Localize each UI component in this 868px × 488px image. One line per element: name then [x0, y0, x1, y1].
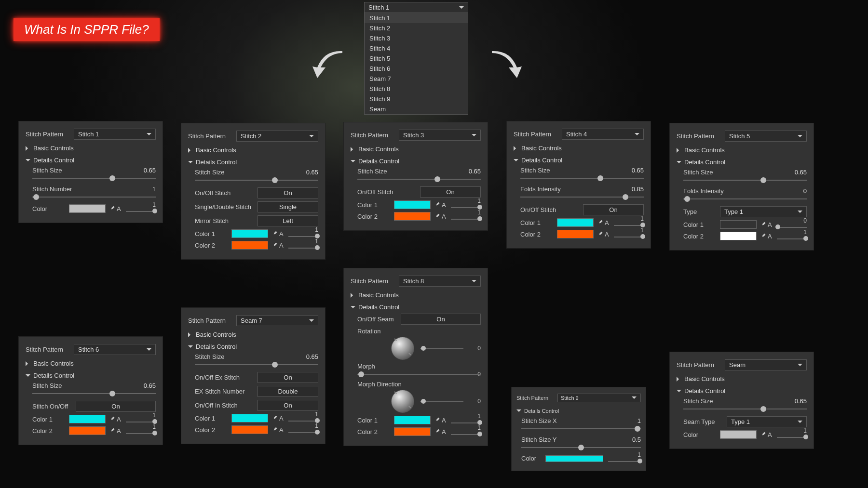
- eyedropper-icon[interactable]: A: [109, 205, 121, 212]
- dropdown-item[interactable]: Stitch 8: [365, 84, 468, 94]
- onoff-stitch-button[interactable]: On: [420, 186, 481, 198]
- basic-controls-header[interactable]: Basic Controls: [514, 145, 644, 152]
- color1-swatch[interactable]: [231, 414, 268, 422]
- eyedropper-icon[interactable]: A: [760, 221, 772, 228]
- details-control-header[interactable]: Details Control: [351, 158, 481, 165]
- dropdown-item[interactable]: Seam 7: [365, 74, 468, 84]
- basic-controls-header[interactable]: Basic Controls: [677, 146, 807, 154]
- stitch-pattern-select[interactable]: Seam: [725, 359, 807, 370]
- dropdown-item[interactable]: Stitch 2: [365, 23, 468, 33]
- color1-swatch[interactable]: [394, 200, 431, 209]
- type-select[interactable]: Type 1: [720, 206, 807, 217]
- color2-alpha-slider[interactable]: 1: [288, 245, 318, 246]
- eyedropper-icon[interactable]: A: [272, 415, 284, 422]
- stitch-size-slider[interactable]: [683, 406, 807, 412]
- eyedropper-icon[interactable]: A: [109, 427, 121, 435]
- eyedropper-icon[interactable]: A: [760, 233, 772, 240]
- dropdown-item[interactable]: Stitch 5: [365, 53, 468, 64]
- stitch-pattern-select[interactable]: Stitch 1: [74, 129, 156, 140]
- color2-swatch[interactable]: [394, 427, 431, 436]
- color2-alpha-slider[interactable]: 1: [288, 429, 318, 430]
- onoff-stitch-button[interactable]: On: [258, 187, 318, 198]
- folds-intensity-slider[interactable]: [683, 196, 807, 202]
- eyedropper-icon[interactable]: A: [434, 428, 446, 435]
- eyedropper-icon[interactable]: A: [434, 417, 446, 424]
- color1-alpha-slider[interactable]: 1: [451, 204, 481, 205]
- stitch-size-x-slider[interactable]: [521, 425, 641, 432]
- color1-alpha-slider[interactable]: 1: [288, 418, 318, 419]
- details-control-header[interactable]: Details Control: [26, 157, 156, 164]
- details-control-header[interactable]: Details Control: [514, 157, 644, 164]
- stitch-pattern-select[interactable]: Stitch 3: [399, 130, 481, 141]
- stitch-selector-dropdown[interactable]: Stitch 1 Stitch 1 Stitch 2 Stitch 3 Stit…: [364, 2, 468, 115]
- color2-swatch[interactable]: [231, 425, 268, 434]
- ex-number-button[interactable]: Double: [258, 386, 318, 397]
- color1-alpha-slider[interactable]: 1: [126, 419, 156, 420]
- color2-swatch[interactable]: [69, 426, 106, 435]
- color1-alpha-slider[interactable]: 0: [777, 224, 807, 225]
- basic-controls-header[interactable]: Basic Controls: [188, 146, 318, 154]
- color1-swatch[interactable]: [394, 416, 431, 424]
- stitch-size-slider[interactable]: [520, 175, 644, 182]
- stitch-size-slider[interactable]: [32, 390, 156, 397]
- color2-swatch[interactable]: [720, 232, 757, 240]
- details-control-header[interactable]: Details Control: [188, 343, 318, 350]
- eyedropper-icon[interactable]: A: [109, 416, 121, 423]
- color1-swatch[interactable]: [720, 220, 757, 229]
- stitch-size-slider[interactable]: [32, 175, 156, 182]
- eyedropper-icon[interactable]: A: [434, 201, 446, 209]
- onoff-stitch-button[interactable]: On: [583, 204, 644, 215]
- details-control-header[interactable]: Details Control: [677, 387, 807, 395]
- color2-alpha-slider[interactable]: 1: [451, 216, 481, 217]
- rotation-slider[interactable]: [420, 345, 463, 351]
- stitch-pattern-select[interactable]: Stitch 2: [236, 131, 318, 142]
- eyedropper-icon[interactable]: A: [760, 431, 772, 438]
- color1-alpha-slider[interactable]: 1: [451, 420, 481, 421]
- seam-type-select[interactable]: Type 1: [727, 416, 807, 427]
- stitch-size-slider[interactable]: [195, 177, 318, 184]
- color2-swatch[interactable]: [394, 212, 431, 221]
- dropdown-item[interactable]: Stitch 6: [365, 64, 468, 74]
- onoff-in-button[interactable]: On: [258, 400, 318, 411]
- dropdown-selected[interactable]: Stitch 1: [364, 2, 468, 13]
- stitch-size-slider[interactable]: [683, 177, 807, 184]
- morph-slider[interactable]: [357, 371, 481, 378]
- onoff-ex-button[interactable]: On: [258, 372, 318, 383]
- dropdown-item[interactable]: Stitch 3: [365, 33, 468, 43]
- basic-controls-header[interactable]: Basic Controls: [351, 145, 481, 153]
- color-swatch[interactable]: [69, 204, 106, 213]
- stitch-size-y-slider[interactable]: [521, 444, 641, 451]
- dropdown-item[interactable]: Stitch 9: [365, 94, 468, 104]
- color2-alpha-slider[interactable]: 1: [451, 431, 481, 432]
- details-control-header[interactable]: Details Control: [516, 407, 641, 414]
- stitch-pattern-select[interactable]: Stitch 8: [399, 276, 481, 287]
- morph-direction-slider[interactable]: [420, 398, 463, 404]
- details-control-header[interactable]: Details Control: [188, 158, 318, 166]
- basic-controls-header[interactable]: Basic Controls: [26, 360, 156, 367]
- eyedropper-icon[interactable]: A: [597, 231, 609, 238]
- eyedropper-icon[interactable]: A: [434, 213, 446, 220]
- color2-swatch[interactable]: [231, 241, 268, 250]
- details-control-header[interactable]: Details Control: [351, 303, 481, 311]
- dropdown-item[interactable]: Stitch 4: [365, 43, 468, 53]
- color1-swatch[interactable]: [69, 415, 106, 423]
- basic-controls-header[interactable]: Basic Controls: [188, 331, 318, 338]
- color-swatch[interactable]: [545, 455, 603, 462]
- eyedropper-icon[interactable]: A: [272, 426, 284, 434]
- dropdown-item[interactable]: Stitch 1: [365, 13, 468, 23]
- color1-alpha-slider[interactable]: 1: [288, 233, 318, 234]
- dropdown-item[interactable]: Seam: [365, 104, 468, 114]
- stitch-size-slider[interactable]: [195, 361, 318, 368]
- stitch-pattern-select[interactable]: Stitch 6: [74, 344, 156, 355]
- color2-swatch[interactable]: [557, 230, 594, 238]
- eyedropper-icon[interactable]: A: [597, 219, 609, 226]
- details-control-header[interactable]: Details Control: [26, 372, 156, 379]
- stitch-onoff-button[interactable]: On: [76, 401, 156, 412]
- basic-controls-header[interactable]: Basic Controls: [351, 291, 481, 299]
- basic-controls-header[interactable]: Basic Controls: [677, 375, 807, 382]
- color1-alpha-slider[interactable]: 1: [614, 222, 644, 223]
- color-swatch[interactable]: [720, 430, 757, 439]
- color-alpha-slider[interactable]: 1: [777, 434, 807, 435]
- stitch-number-slider[interactable]: [32, 194, 156, 200]
- color1-swatch[interactable]: [557, 218, 594, 227]
